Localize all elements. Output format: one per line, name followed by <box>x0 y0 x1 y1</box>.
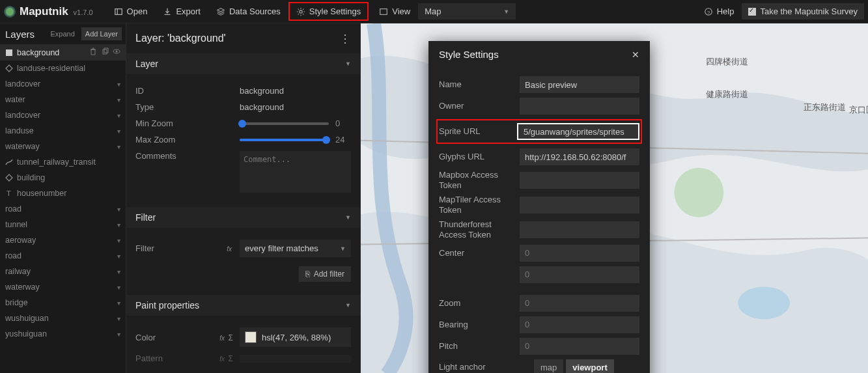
owner-input[interactable] <box>520 98 639 115</box>
fx-icon[interactable]: fx <box>219 355 225 363</box>
layer-list: backgroundlanduse-residentiallandcover▾w… <box>0 44 126 342</box>
layer-label: road <box>5 251 21 260</box>
bearing-input[interactable] <box>520 316 639 333</box>
svg-rect-0 <box>115 8 122 14</box>
view-button[interactable]: View <box>371 2 413 21</box>
center-y-input[interactable] <box>520 266 639 283</box>
fx-icon[interactable]: fx <box>227 245 232 253</box>
layer-item[interactable]: yushuiguan▾ <box>0 326 126 342</box>
layer-item[interactable]: water▾ <box>0 92 126 107</box>
add-filter-button[interactable]: ⎘ Add filter <box>299 266 351 282</box>
layer-editor: Layer: 'background' ⋯ Layer ▼ ID backgro… <box>126 23 361 373</box>
thunder-input[interactable] <box>520 221 639 238</box>
view-dropdown[interactable]: Map ▼ <box>418 3 516 20</box>
pattern-input[interactable] <box>240 355 351 363</box>
glyphs-label: Glyphs URL <box>439 152 514 162</box>
layer-item[interactable]: waterway▾ <box>0 279 126 295</box>
layer-item[interactable]: bridge▾ <box>0 295 126 311</box>
add-layer-button[interactable]: Add Layer <box>81 27 122 40</box>
zoom-input[interactable] <box>520 295 639 312</box>
layer-label: waterway <box>5 142 40 151</box>
maptiler-label: MapTiler Access Token <box>439 195 514 215</box>
layer-item[interactable]: Thousenumber <box>0 186 126 201</box>
color-input[interactable]: hsl(47, 26%, 88%) <box>240 327 351 347</box>
layer-item[interactable]: landuse-residential <box>0 61 126 76</box>
layer-item[interactable]: tunnel▾ <box>0 217 126 232</box>
section-paint[interactable]: Paint properties ▼ <box>126 295 360 316</box>
kebab-icon[interactable]: ⋯ <box>339 33 353 44</box>
text-icon: T <box>5 189 13 197</box>
layer-item[interactable]: landcover▾ <box>0 107 126 123</box>
open-button[interactable]: Open <box>106 2 156 21</box>
layer-item[interactable]: background <box>0 44 126 61</box>
brand-name: Maputnik <box>20 5 68 18</box>
pitch-input[interactable] <box>520 338 639 355</box>
layer-label: yushuiguan <box>5 329 47 338</box>
layer-item[interactable]: road▾ <box>0 248 126 264</box>
sigma-icon[interactable]: Σ <box>229 354 233 363</box>
layers-title: Layers <box>5 29 35 40</box>
expand-button[interactable]: Expand <box>47 27 79 40</box>
view-value: Map <box>425 7 441 16</box>
chevron-down-icon: ▾ <box>117 81 120 88</box>
eye-icon[interactable] <box>113 48 120 57</box>
layer-item[interactable]: waterway▾ <box>0 139 126 154</box>
layer-label: bridge <box>5 298 28 307</box>
svg-rect-2 <box>380 8 387 14</box>
brand: Maputnik v1.7.0 <box>4 5 93 18</box>
minzoom-slider[interactable] <box>240 122 329 125</box>
type-value[interactable]: background <box>240 102 284 112</box>
datasources-button[interactable]: Data Sources <box>208 2 288 21</box>
glyphs-input[interactable] <box>520 148 639 165</box>
close-icon[interactable]: ✕ <box>632 49 639 60</box>
center-x-input[interactable] <box>520 245 639 262</box>
help-button[interactable]: ? Help <box>696 2 742 21</box>
chevron-down-icon: ▾ <box>117 112 120 119</box>
layer-label: railway <box>5 267 31 276</box>
outline-icon <box>5 64 13 72</box>
maxzoom-slider[interactable] <box>240 139 329 141</box>
section-filter[interactable]: Filter ▼ <box>126 207 360 228</box>
layer-item[interactable]: building <box>0 170 126 186</box>
layer-label: water <box>5 95 25 104</box>
export-icon <box>163 7 172 16</box>
chevron-down-icon: ▾ <box>117 331 120 338</box>
layer-item[interactable]: railway▾ <box>0 264 126 279</box>
layer-item[interactable]: road▾ <box>0 201 126 217</box>
mapbox-input[interactable] <box>520 172 639 189</box>
anchor-viewport-button[interactable]: viewport <box>566 359 613 373</box>
chevron-down-icon: ▾ <box>117 268 120 275</box>
name-input[interactable] <box>520 76 639 93</box>
layer-item[interactable]: landcover▾ <box>0 76 126 92</box>
chevron-down-icon: ▾ <box>117 96 120 104</box>
maptiler-input[interactable] <box>520 197 639 214</box>
layer-label: waterway <box>5 283 40 292</box>
filter-label: Filter fx <box>135 243 233 253</box>
layer-label: housenumber <box>17 189 66 198</box>
sprite-input[interactable] <box>517 123 639 140</box>
name-label: Name <box>439 79 514 90</box>
filter-select[interactable]: every filter matches ▼ <box>240 240 351 257</box>
layer-item[interactable]: tunnel_railway_transit <box>0 154 126 170</box>
survey-button[interactable]: Take the Maputnik Survey <box>742 3 864 20</box>
section-layer[interactable]: Layer ▼ <box>126 53 360 74</box>
layer-item[interactable]: landuse▾ <box>0 123 126 139</box>
anchor-map-button[interactable]: map <box>534 359 563 373</box>
layer-item[interactable]: aeroway▾ <box>0 232 126 248</box>
top-actions: Open Export Data Sources Style Settings … <box>106 2 516 21</box>
trash-icon[interactable] <box>89 48 97 57</box>
id-value[interactable]: background <box>240 86 284 96</box>
comments-input[interactable] <box>240 151 351 193</box>
editor-title: Layer: 'background' <box>135 33 226 44</box>
bearing-label: Bearing <box>439 320 514 330</box>
map-canvas[interactable]: 四牌楼街道健康路街道正东路街道京口区 Style Settings ✕ Name… <box>361 23 868 373</box>
line-icon <box>5 158 13 166</box>
stylesettings-button[interactable]: Style Settings <box>288 2 369 21</box>
sigma-icon[interactable]: Σ <box>229 333 233 342</box>
layer-label: building <box>17 173 45 182</box>
export-button[interactable]: Export <box>155 2 208 21</box>
copy-icon[interactable] <box>101 48 109 57</box>
layer-item[interactable]: wushuiguan▾ <box>0 311 126 326</box>
fx-icon[interactable]: fx <box>219 335 225 342</box>
style-settings-modal: Style Settings ✕ Name Owner Sprite URL G… <box>428 41 650 373</box>
